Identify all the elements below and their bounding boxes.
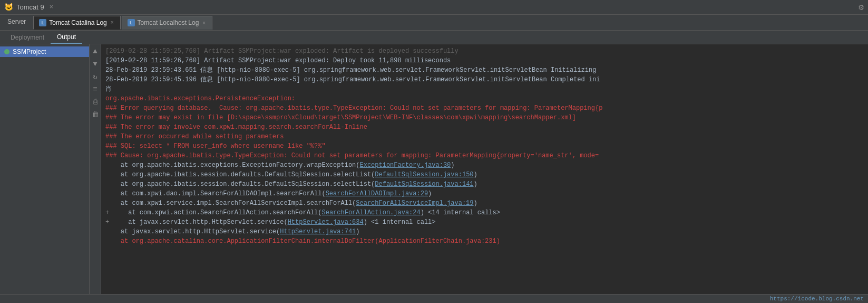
refresh-button[interactable]: ↻	[91, 72, 100, 81]
title-bar-left: 🐱 Tomcat 9 ×	[4, 3, 859, 12]
log-link[interactable]: SearchForAllAction.java:24	[321, 209, 420, 216]
log-line-error: ### The error may involve com.xpwi.mappi…	[105, 122, 864, 132]
title-close-button[interactable]: ×	[47, 4, 55, 11]
sidebar: SSMProject	[0, 44, 90, 303]
tab-localhost-label: Tomcat Localhost Log	[138, 19, 199, 26]
log-line-error: ### SQL: select * FROM user_info where u…	[105, 141, 864, 151]
log-line: [2019-02-28 11:59:26,760] Artifact SSMPr…	[105, 56, 864, 65]
status-bar: https://icode.blog.csdn.net	[0, 294, 868, 303]
app-title: Tomcat 9	[16, 3, 44, 11]
log-line: 肖	[105, 84, 864, 94]
tab-server[interactable]: Server	[2, 16, 31, 30]
main-area: SSMProject ▲ ▼ ↻ ≡ ⎙ 🗑 [2019-02-28 11:59…	[0, 44, 868, 303]
log-link[interactable]: DefaultSqlSession.java:141	[375, 181, 473, 188]
log-line-error: ### Cause: org.apache.ibatis.type.TypeEx…	[105, 151, 864, 160]
log-line-stack-expand: + at javax.servlet.http.HttpServlet.serv…	[105, 217, 864, 227]
tab-catalina-log[interactable]: L Tomcat Catalina Log ×	[33, 16, 120, 30]
sidebar-item-ssmproject[interactable]: SSMProject	[0, 46, 89, 57]
log-line-stack: at com.xpwi.dao.impl.SearchForAllDAOImpl…	[105, 189, 864, 198]
log-line: 28-Feb-2019 23:59:43.651 信息 [http-nio-80…	[105, 65, 864, 75]
format-button[interactable]: ≡	[91, 84, 100, 94]
tab-localhost-log[interactable]: L Tomcat Localhost Log ×	[122, 16, 213, 30]
title-bar: 🐱 Tomcat 9 × ⚙	[0, 0, 868, 15]
tab-catalina-close[interactable]: ×	[110, 20, 115, 25]
log-toolbar: ▲ ▼ ↻ ≡ ⎙ 🗑	[90, 44, 101, 303]
sidebar-item-label: SSMProject	[13, 48, 46, 55]
tab-bar: Server L Tomcat Catalina Log × L Tomcat …	[0, 15, 868, 31]
tab-localhost-close[interactable]: ×	[201, 20, 207, 26]
log-line-error: ### The error occurred while setting par…	[105, 132, 864, 141]
log-line-stack: at com.xpwi.service.impl.SearchForAllSer…	[105, 198, 864, 208]
status-url: https://icode.blog.csdn.net	[770, 296, 864, 302]
tab-catalina-label: Tomcat Catalina Log	[49, 19, 106, 26]
log-link[interactable]: HttpServlet.java:741	[280, 228, 356, 235]
delete-button[interactable]: 🗑	[91, 110, 100, 119]
log-line: 28-Feb-2019 23:59:45.196 信息 [http-nio-80…	[105, 75, 864, 84]
log-line-error: ### The error may exist in file [D:\spac…	[105, 113, 864, 122]
tab-output[interactable]: Output	[51, 31, 82, 44]
scroll-up-button[interactable]: ▲	[91, 46, 100, 56]
settings-icon[interactable]: ⚙	[859, 2, 864, 13]
log-link[interactable]: SearchForAllServiceImpl.java:19	[356, 200, 473, 207]
log-line-stack-expand: + at com.xpwi.action.SearchForAllAction.…	[105, 208, 864, 217]
log-line-error: at org.apache.catalina.core.ApplicationF…	[105, 236, 864, 246]
print-button[interactable]: ⎙	[91, 97, 100, 107]
sub-tab-bar: Deployment Output	[0, 31, 868, 44]
tab-deployment[interactable]: Deployment	[4, 32, 51, 43]
log-line-stack: at org.apache.ibatis.session.defaults.De…	[105, 170, 864, 179]
status-dot-green	[4, 49, 9, 54]
log-line-stack: at javax.servlet.http.HttpServlet.servic…	[105, 227, 864, 236]
log-line-error: ### Error querying database. Cause: org.…	[105, 103, 864, 113]
localhost-log-icon: L	[128, 19, 135, 26]
log-line-stack: at org.apache.ibatis.session.defaults.De…	[105, 179, 864, 189]
log-link[interactable]: HttpServlet.java:634	[288, 219, 364, 226]
app-icon: 🐱	[4, 3, 13, 12]
catalina-log-icon: L	[39, 19, 46, 26]
log-line-stack: at org.apache.ibatis.exceptions.Exceptio…	[105, 160, 864, 170]
scroll-down-button[interactable]: ▼	[91, 59, 100, 69]
log-link[interactable]: SearchForAllDAOImpl.java:29	[326, 190, 428, 197]
log-line: [2019-02-28 11:59:25,760] Artifact SSMPr…	[105, 46, 864, 56]
log-area[interactable]: [2019-02-28 11:59:25,760] Artifact SSMPr…	[101, 44, 868, 303]
log-line-error: org.apache.ibatis.exceptions.Persistence…	[105, 94, 864, 103]
log-link[interactable]: ExceptionFactory.java:30	[359, 162, 451, 169]
log-link[interactable]: DefaultSqlSession.java:150	[375, 171, 473, 178]
